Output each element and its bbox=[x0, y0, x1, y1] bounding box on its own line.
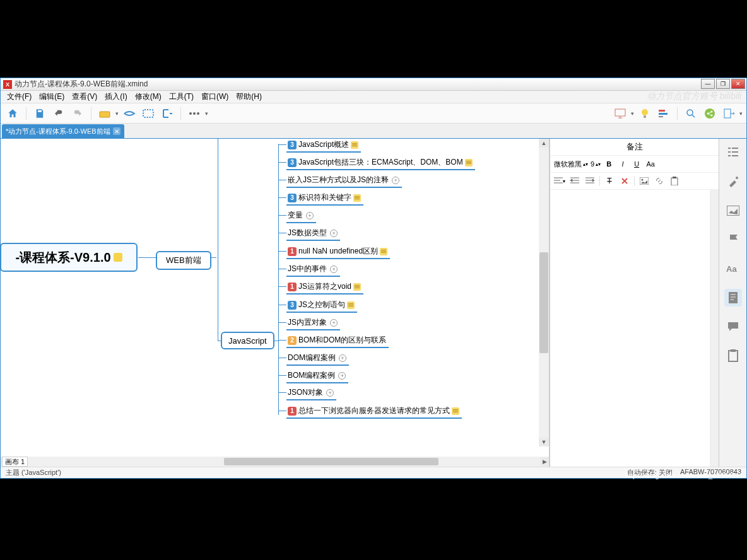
italic-button[interactable]: I bbox=[617, 158, 628, 170]
task-icon[interactable] bbox=[724, 347, 742, 365]
menu-tools[interactable]: 工具(T) bbox=[165, 90, 197, 103]
horizontal-scroll-thumb[interactable] bbox=[224, 458, 438, 465]
maximize-button[interactable]: ❐ bbox=[716, 79, 730, 89]
boundary-icon[interactable] bbox=[140, 105, 156, 122]
svg-rect-29 bbox=[729, 292, 738, 303]
scroll-right-icon[interactable]: ▶ bbox=[540, 457, 549, 466]
underline-button[interactable]: U bbox=[631, 158, 642, 170]
link-button[interactable] bbox=[654, 175, 665, 187]
menu-modify[interactable]: 修改(M) bbox=[131, 90, 165, 103]
expand-icon[interactable]: + bbox=[392, 177, 399, 184]
save-icon[interactable] bbox=[32, 105, 48, 122]
topic-node[interactable]: JSON对象+ bbox=[286, 387, 336, 400]
picture-icon[interactable] bbox=[724, 202, 742, 219]
topic-node[interactable]: JS数据类型+ bbox=[286, 227, 340, 241]
svg-rect-31 bbox=[731, 349, 736, 352]
scroll-down-icon[interactable]: ▼ bbox=[539, 438, 549, 446]
expand-icon[interactable]: + bbox=[330, 319, 338, 327]
web-node[interactable]: WEB前端 bbox=[156, 251, 211, 270]
share-icon[interactable] bbox=[702, 105, 718, 122]
redo-icon[interactable] bbox=[69, 105, 86, 122]
summary-icon[interactable] bbox=[159, 105, 175, 122]
expand-icon[interactable]: + bbox=[338, 372, 346, 380]
notes-panel: 备注 微软雅黑▴▾ 9▴▾ B I U Aa ▾ T bbox=[550, 139, 719, 478]
brush-icon[interactable] bbox=[724, 173, 742, 190]
vertical-scrollbar[interactable]: ▲ ▼ bbox=[539, 139, 549, 446]
mindmap-canvas[interactable]: -课程体系-V9.1.0 WEB前端 JavaScript 3JavaScrip… bbox=[1, 139, 549, 457]
topic-label: null NaN undefined区别 bbox=[298, 246, 378, 257]
svg-rect-9 bbox=[659, 113, 668, 115]
close-button[interactable]: ✕ bbox=[731, 79, 745, 89]
note-icon bbox=[353, 283, 361, 291]
text-style-icon[interactable]: Aa bbox=[724, 260, 742, 277]
topic-node[interactable]: 3JavaScript概述 bbox=[286, 139, 361, 153]
new-sheet-icon[interactable] bbox=[97, 105, 113, 122]
notes-icon[interactable] bbox=[724, 289, 742, 306]
topic-node[interactable]: 3JS之控制语句 bbox=[286, 299, 357, 313]
vertical-scroll-thumb[interactable] bbox=[539, 252, 548, 353]
document-tab[interactable]: *动力节点-课程体系-9.0-WEB前端 ✕ bbox=[2, 124, 124, 138]
horizontal-scrollbar[interactable]: ◀ ▶ 画布 1 bbox=[1, 457, 549, 467]
clear-format-button[interactable] bbox=[619, 175, 630, 187]
indent-left-button[interactable] bbox=[569, 175, 580, 187]
topic-node[interactable]: JS中的事件+ bbox=[286, 263, 340, 277]
clipboard-button[interactable] bbox=[669, 175, 680, 187]
topic-node[interactable]: 1JS运算符之void bbox=[286, 281, 363, 295]
expand-icon[interactable]: + bbox=[330, 265, 338, 273]
topic-node[interactable]: BOM编程案例+ bbox=[286, 370, 348, 383]
svg-point-4 bbox=[197, 112, 199, 115]
font-size-select[interactable]: 9▴▾ bbox=[591, 160, 601, 168]
topic-node[interactable]: 1总结一下浏览器向服务器发送请求的常见方式 bbox=[286, 405, 462, 419]
notes-scrollbar[interactable] bbox=[710, 190, 719, 478]
align-button[interactable]: ▾ bbox=[554, 175, 565, 187]
more-icon[interactable] bbox=[186, 105, 203, 122]
sheet-tab[interactable]: 画布 1 bbox=[2, 457, 28, 467]
search-icon[interactable] bbox=[683, 105, 699, 122]
menu-insert[interactable]: 插入(I) bbox=[101, 90, 131, 103]
gantt-icon[interactable] bbox=[656, 105, 672, 122]
image-button[interactable] bbox=[638, 175, 650, 187]
expand-icon[interactable]: + bbox=[330, 230, 338, 237]
text-case-button[interactable]: Aa bbox=[645, 158, 656, 170]
comments-icon[interactable] bbox=[724, 318, 742, 335]
minimize-button[interactable]: — bbox=[701, 79, 715, 89]
menu-file[interactable]: 文件(F) bbox=[3, 90, 35, 103]
font-family-select[interactable]: 微软雅黑▴▾ bbox=[554, 160, 588, 169]
relationship-icon[interactable] bbox=[121, 105, 138, 122]
notes-textarea[interactable] bbox=[550, 190, 719, 478]
js-label: JavaScript bbox=[228, 336, 267, 346]
undo-icon[interactable] bbox=[50, 105, 67, 122]
bold-button[interactable]: B bbox=[603, 158, 615, 170]
app-icon: X bbox=[3, 80, 12, 89]
expand-icon[interactable]: + bbox=[326, 389, 334, 397]
menu-edit[interactable]: 编辑(E) bbox=[35, 90, 68, 103]
bulb-icon[interactable] bbox=[637, 105, 653, 122]
root-node[interactable]: -课程体系-V9.1.0 bbox=[1, 243, 138, 272]
topic-node[interactable]: 1null NaN undefined区别 bbox=[286, 245, 390, 259]
expand-icon[interactable]: + bbox=[339, 354, 346, 362]
scroll-up-icon[interactable]: ▲ bbox=[539, 139, 549, 148]
export-icon[interactable] bbox=[721, 105, 737, 122]
menu-help[interactable]: 帮助(H) bbox=[232, 90, 266, 103]
tab-close-icon[interactable]: ✕ bbox=[113, 127, 121, 135]
indent-right-button[interactable] bbox=[584, 175, 596, 187]
svg-point-3 bbox=[193, 112, 196, 115]
topic-node[interactable]: 3标识符和关键字 bbox=[286, 192, 363, 206]
topic-node[interactable]: JS内置对象+ bbox=[286, 317, 340, 330]
menu-window[interactable]: 窗口(W) bbox=[197, 90, 232, 103]
status-topic: 主题 ('JavaScript') bbox=[6, 468, 61, 477]
topic-node[interactable]: 嵌入JS三种方式以及JS的注释+ bbox=[286, 174, 402, 188]
topic-node[interactable]: DOM编程案例+ bbox=[286, 352, 349, 366]
flag-icon[interactable] bbox=[724, 231, 742, 248]
topic-node[interactable]: 变量+ bbox=[286, 209, 316, 223]
outline-icon[interactable] bbox=[724, 144, 742, 161]
expand-icon[interactable]: + bbox=[306, 212, 314, 219]
topic-node[interactable]: 2BOM和DOM的区别与联系 bbox=[286, 334, 389, 348]
strike-button[interactable]: T bbox=[604, 175, 615, 187]
javascript-node[interactable]: JavaScript bbox=[221, 332, 274, 349]
menu-view[interactable]: 查看(V) bbox=[68, 90, 101, 103]
home-icon[interactable] bbox=[4, 105, 21, 122]
topic-node[interactable]: 3JavaScript包括三块：ECMAScript、DOM、BOM bbox=[286, 156, 475, 170]
presentation-icon[interactable] bbox=[612, 105, 628, 122]
topic-label: JS运算符之void bbox=[298, 281, 351, 292]
